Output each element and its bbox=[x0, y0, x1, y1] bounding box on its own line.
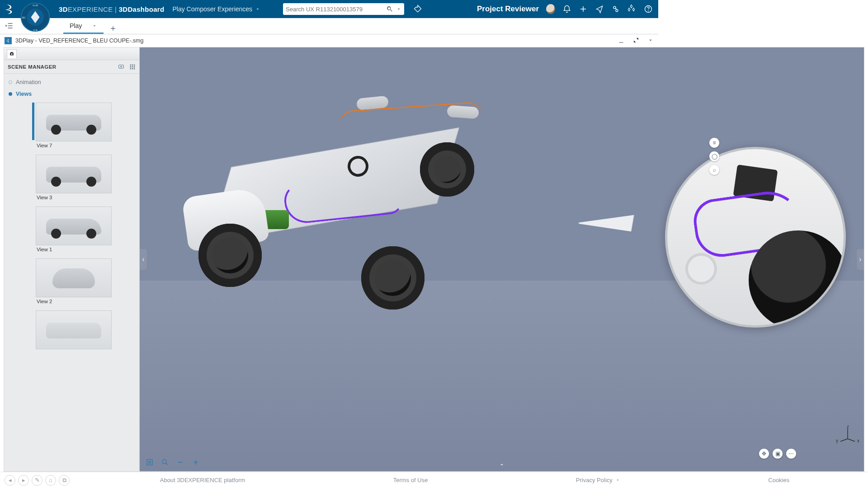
add-tab-button[interactable] bbox=[106, 25, 120, 32]
view-thumbnails[interactable]: View 7 View 3 View 1 View 2 bbox=[4, 100, 139, 369]
view-thumbnail[interactable]: View 2 bbox=[36, 258, 112, 304]
left-panel-handle[interactable]: ‹ bbox=[140, 249, 147, 270]
scene-tree: Animation Views bbox=[4, 74, 139, 100]
detail-callout-link bbox=[575, 210, 658, 237]
grid-view-icon[interactable] bbox=[129, 64, 136, 70]
compass-icon[interactable]: V+R V.R 3D bbox=[20, 2, 51, 33]
svg-text:3D: 3D bbox=[22, 16, 25, 19]
collaborate-icon[interactable] bbox=[611, 5, 620, 14]
tab-label: Play bbox=[70, 22, 82, 29]
avatar[interactable] bbox=[546, 5, 555, 14]
thumbnail-image bbox=[36, 310, 112, 349]
scene-panel-tabs bbox=[4, 47, 139, 60]
model-chassis bbox=[167, 75, 492, 291]
scene-panel-title: SCENE MANAGER bbox=[8, 64, 56, 70]
thumbnail-image bbox=[36, 206, 112, 245]
app-name: Dashboard bbox=[127, 5, 164, 13]
header-actions bbox=[546, 5, 653, 14]
dashboard-label: Play Composer Experiences bbox=[172, 5, 252, 13]
thumbnail-caption: View 3 bbox=[36, 193, 112, 200]
play-views-icon[interactable] bbox=[118, 64, 125, 70]
thumbnail-caption: View 2 bbox=[36, 297, 112, 304]
apps-icon[interactable] bbox=[627, 5, 637, 14]
fullscreen-icon[interactable] bbox=[633, 37, 639, 44]
chevron-down-icon[interactable] bbox=[647, 37, 654, 44]
panel-toggle-icon[interactable] bbox=[2, 19, 16, 33]
snapshot-tab-icon[interactable] bbox=[7, 49, 17, 58]
search-box[interactable] bbox=[283, 3, 404, 15]
radio-selected-icon bbox=[9, 92, 12, 96]
share-icon[interactable] bbox=[595, 5, 604, 14]
brand-prefix: 3D bbox=[59, 5, 68, 13]
scene-panel-title-row: SCENE MANAGER bbox=[4, 60, 139, 74]
view-thumbnail[interactable]: View 1 bbox=[36, 206, 112, 252]
thumbnail-image bbox=[36, 155, 112, 193]
dashboard-selector[interactable]: Play Composer Experiences bbox=[172, 5, 260, 13]
ds-logo-icon[interactable] bbox=[4, 3, 16, 15]
scene-manager-panel: SCENE MANAGER Animation Views View 7 bbox=[4, 47, 140, 369]
tree-item-animation[interactable]: Animation bbox=[4, 76, 139, 88]
tag-icon[interactable] bbox=[413, 5, 422, 14]
thumbnail-image bbox=[36, 103, 112, 141]
help-icon[interactable] bbox=[644, 5, 653, 14]
search-input[interactable] bbox=[286, 6, 386, 13]
role-label[interactable]: Project Reviewer bbox=[477, 5, 539, 14]
thumbnail-caption bbox=[36, 349, 112, 351]
widget-app-icon bbox=[5, 37, 12, 44]
view-thumbnail[interactable]: View 3 bbox=[36, 155, 112, 200]
global-header: 3DEXPERIENCE | 3DDashboard Play Composer… bbox=[0, 0, 658, 18]
app-prefix: 3D bbox=[119, 5, 128, 13]
svg-point-2 bbox=[648, 10, 649, 11]
widget-title: 3DPlay - VED_REFERENCE_ BLEU COUPE-.smg bbox=[15, 38, 143, 44]
tab-play[interactable]: Play bbox=[63, 19, 104, 34]
chevron-down-icon bbox=[255, 6, 260, 12]
notifications-icon[interactable] bbox=[562, 5, 571, 14]
brand-mid: EXPERIENCE bbox=[68, 5, 113, 13]
chevron-down-icon[interactable] bbox=[92, 23, 97, 28]
widget-header: 3DPlay - VED_REFERENCE_ BLEU COUPE-.smg bbox=[0, 34, 658, 47]
tab-strip: Play bbox=[0, 18, 658, 34]
chevron-down-icon[interactable] bbox=[396, 6, 401, 12]
minimize-icon[interactable] bbox=[618, 37, 625, 44]
tree-item-label: Views bbox=[16, 91, 32, 97]
thumbnail-image bbox=[36, 258, 112, 297]
radio-unselected-icon bbox=[9, 80, 12, 84]
tree-item-label: Animation bbox=[16, 79, 41, 85]
search-icon[interactable] bbox=[386, 5, 393, 13]
svg-point-8 bbox=[11, 53, 12, 55]
view-thumbnail[interactable]: View 7 bbox=[36, 103, 112, 148]
brand-title: 3DEXPERIENCE | 3DDashboard bbox=[59, 5, 164, 13]
thumbnail-caption: View 1 bbox=[36, 245, 112, 252]
add-icon[interactable] bbox=[579, 5, 588, 14]
svg-text:V.R: V.R bbox=[33, 28, 38, 32]
svg-text:V+R: V+R bbox=[33, 4, 38, 7]
3d-viewport[interactable]: ≡ ◯ ⌕ ✥ ▣ ⋯ ‹ › z x y bbox=[140, 47, 658, 369]
svg-point-0 bbox=[416, 7, 417, 8]
main-area: SCENE MANAGER Animation Views View 7 bbox=[4, 47, 658, 369]
tree-item-views[interactable]: Views bbox=[4, 88, 139, 100]
view-thumbnail[interactable] bbox=[36, 310, 112, 351]
thumbnail-caption: View 7 bbox=[36, 141, 112, 148]
